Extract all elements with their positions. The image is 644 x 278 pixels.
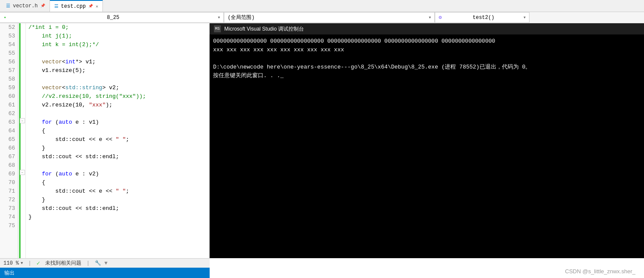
output-line-2: xxx xxx xxx xxx xxx xxx xxx xxx xxx xxx — [213, 46, 641, 54]
console-titlebar: MS Microsoft Visual Studio 调试控制台 — [210, 23, 644, 34]
code-line-53: int j(1); — [28, 32, 209, 41]
tab-close-button[interactable]: ✕ — [96, 4, 98, 9]
scope-dropdown[interactable]: (全局范围) ▼ — [224, 12, 435, 23]
console-app-icon: MS — [214, 25, 221, 32]
action-icon[interactable]: 🔧 ▼ — [95, 260, 107, 266]
line-numbers: 52 53 54 55 56 57 58 59 60 61 62 63 64 6… — [0, 23, 18, 258]
code-line-52: /*int i = 0; — [28, 23, 209, 32]
status-bar: 110 % ▼ | ✓ 未找到相关问题 | 🔧 ▼ — [0, 258, 210, 268]
file-scope-dropdown[interactable]: ▪ 8_25 ▼ — [0, 12, 224, 23]
dropdown-arrow-3: ▼ — [523, 16, 526, 19]
code-line-61: v2.resize(10, "xxx"); — [28, 101, 209, 109]
code-line-58 — [28, 75, 209, 84]
console-title: Microsoft Visual Studio 调试控制台 — [224, 25, 304, 33]
code-line-57: v1.resize(5); — [28, 66, 209, 75]
function-dropdown-icon: ⚙ — [439, 14, 442, 21]
code-line-60: //v2.resize(10, string("xxx")); — [28, 92, 209, 101]
code-line-65: std::cout << e << " "; — [28, 135, 209, 144]
output-bar: 输出 — [0, 268, 210, 278]
dropdown-arrow-2: ▼ — [429, 16, 431, 19]
code-line-70: { — [28, 178, 209, 187]
console-panel: MS Microsoft Visual Studio 调试控制台 0000000… — [210, 23, 644, 258]
dropdown-arrow-1: ▼ — [218, 16, 220, 19]
output-line-5: 按任意键关闭此窗口. . ._ — [213, 72, 641, 80]
file-dropdown-icon: ▪ — [3, 15, 6, 21]
output-line-3 — [213, 54, 641, 63]
file-icon-2: ☰ — [54, 3, 59, 9]
collapse-btn-2[interactable]: − — [20, 170, 25, 175]
code-panel: 52 53 54 55 56 57 58 59 60 61 62 63 64 6… — [0, 23, 210, 258]
file-icon: ☰ — [6, 3, 10, 9]
content-area: 52 53 54 55 56 57 58 59 60 61 62 63 64 6… — [0, 23, 644, 258]
code-content: 52 53 54 55 56 57 58 59 60 61 62 63 64 6… — [0, 23, 209, 258]
gutter-bar — [19, 23, 21, 258]
separator-1: | — [28, 260, 31, 266]
code-line-68 — [28, 161, 209, 170]
tab-bar: ☰ vector.h 📌 ☰ test.cpp 📌 ✕ — [0, 0, 644, 12]
tab-vector-h[interactable]: ☰ vector.h 📌 — [2, 0, 50, 12]
code-gutter: − − — [18, 23, 26, 258]
code-line-63: for (auto e : v1) — [28, 118, 209, 127]
tab-test-cpp[interactable]: ☰ test.cpp 📌 ✕ — [50, 0, 103, 12]
pin-icon: 📌 — [40, 3, 45, 8]
function-dropdown[interactable]: ⚙ test2() ▼ — [435, 12, 529, 23]
separator-2: | — [87, 260, 90, 266]
code-line-64: { — [28, 127, 209, 135]
tab-label-vector: vector.h — [13, 3, 38, 9]
code-line-55 — [28, 49, 209, 58]
code-line-73: std::cout << std::endl; — [28, 204, 209, 213]
check-icon: ✓ — [37, 259, 40, 267]
code-line-54: int k = int(2);*/ — [28, 41, 209, 49]
code-line-75 — [28, 222, 209, 230]
scope-dropdown-label: (全局范围) — [228, 14, 254, 21]
output-bar-label: 输出 — [4, 269, 15, 277]
code-lines: /*int i = 0; int j(1); int k = int(2);*/ — [26, 23, 209, 258]
zoom-dropdown-arrow: ▼ — [21, 261, 23, 266]
function-dropdown-label: test2() — [473, 15, 494, 21]
code-line-69: for (auto e : v2) — [28, 170, 209, 178]
toolbar: ▪ 8_25 ▼ (全局范围) ▼ ⚙ test2() ▼ — [0, 12, 644, 23]
code-line-62 — [28, 109, 209, 118]
watermark: CSDN @s_little_znwx.sher_ — [565, 268, 635, 275]
zoom-control[interactable]: 110 % ▼ — [3, 260, 23, 266]
collapse-btn-1[interactable]: − — [20, 118, 25, 123]
code-line-67: std::cout << std::endl; — [28, 153, 209, 161]
output-line-4: D:\code\newcode here\one-years-essence--… — [213, 63, 641, 72]
zoom-level: 110 % — [3, 260, 19, 266]
code-line-59: vector<std::string> v2; — [28, 84, 209, 92]
file-dropdown-label: 8_25 — [107, 15, 119, 21]
output-line-1: 0000000000000000 0000000000000000 000000… — [213, 37, 641, 46]
console-output: 0000000000000000 0000000000000000 000000… — [210, 34, 644, 258]
error-status-text: 未找到相关问题 — [45, 259, 81, 267]
code-line-71: std::cout << e << " "; — [28, 187, 209, 196]
code-line-66: } — [28, 144, 209, 153]
tab-label-test: test.cpp — [61, 3, 86, 9]
pin-icon-2: 📌 — [88, 4, 93, 9]
code-line-56: vector<int*> v1; — [28, 58, 209, 66]
code-line-72: } — [28, 196, 209, 204]
code-line-74: } — [28, 213, 209, 222]
